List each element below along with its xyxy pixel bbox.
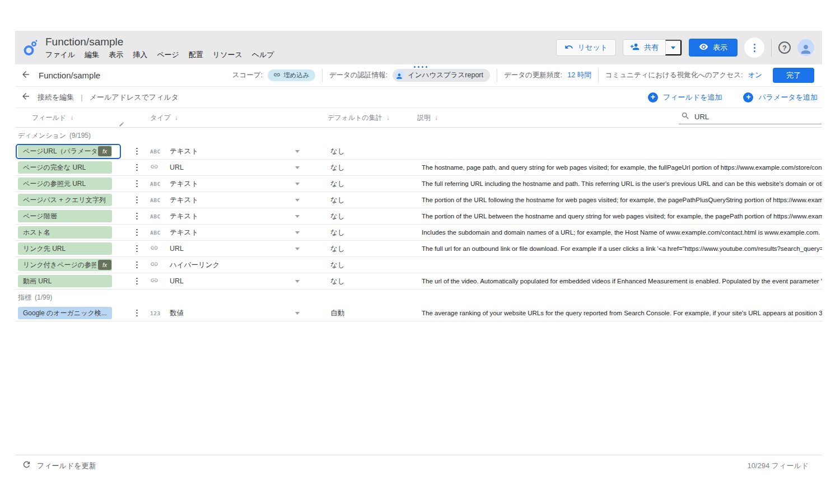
table-row: Google のオーガニック検...123数値自動The average ran… [15, 305, 822, 321]
type-dropdown-arrow-icon[interactable] [295, 312, 300, 315]
credentials-chip[interactable]: インハウスプラスreport [393, 69, 490, 82]
add-field-button[interactable]: + フィールドを追加 [648, 92, 722, 102]
type-label[interactable]: URL [170, 277, 295, 285]
default-aggregation-value[interactable]: なし [330, 179, 422, 189]
default-aggregation-value[interactable]: なし [330, 195, 422, 205]
field-chip[interactable]: Google のオーガニック検... [18, 307, 112, 319]
type-label[interactable]: テキスト [170, 228, 295, 237]
number-type-icon: 123 [150, 310, 161, 316]
refresh-fields-button[interactable]: フィールドを更新 [37, 461, 96, 471]
type-dropdown-arrow-icon[interactable] [295, 248, 300, 250]
field-chip[interactable]: リンク先 URL [18, 242, 112, 255]
default-aggregation-value[interactable]: なし [330, 228, 422, 237]
default-aggregation-value[interactable]: なし [330, 277, 422, 286]
more-vert-icon[interactable] [134, 260, 139, 270]
type-dropdown-arrow-icon[interactable] [295, 280, 300, 283]
search-input[interactable] [694, 113, 806, 121]
default-aggregation-value[interactable]: なし [330, 163, 422, 172]
type-label[interactable]: URL [170, 164, 295, 171]
more-vert-icon[interactable] [134, 146, 139, 157]
default-aggregation-value[interactable]: なし [330, 147, 422, 156]
field-search-box[interactable] [679, 111, 822, 124]
default-aggregation-value[interactable]: なし [330, 244, 422, 254]
community-access-value-link[interactable]: オン [748, 71, 762, 80]
field-cell: ホスト名 [15, 225, 123, 240]
field-chip[interactable]: ホスト名 [18, 226, 112, 239]
column-header-description[interactable]: 説明 ↓ [417, 113, 438, 123]
column-header-type[interactable]: タイプ ↓ [150, 113, 328, 123]
field-chip[interactable]: ページURL（パラメータ...fx [18, 145, 112, 157]
field-chip[interactable]: ページの参照元 URL [18, 178, 112, 190]
type-dropdown-arrow-icon[interactable] [295, 166, 300, 169]
menu-item-1[interactable]: ファイル [45, 50, 75, 60]
refresh-icon[interactable] [22, 460, 31, 472]
menu-item-4[interactable]: 挿入 [133, 50, 147, 60]
default-aggregation-value[interactable]: なし [330, 212, 422, 221]
filter-by-email-link[interactable]: メールアドレスでフィルタ [90, 92, 179, 102]
type-label[interactable]: ハイパーリンク [170, 260, 295, 270]
looker-studio-logo-icon [23, 40, 38, 57]
menu-item-6[interactable]: 配置 [189, 50, 203, 60]
field-chip[interactable]: リンク付きページの参照...fx [18, 259, 112, 271]
view-button[interactable]: 表示 [689, 39, 738, 57]
menu-item-2[interactable]: 編集 [85, 50, 99, 60]
type-label[interactable]: テキスト [170, 212, 295, 221]
more-options-button[interactable] [744, 38, 764, 58]
type-label[interactable]: URL [170, 245, 295, 253]
scope-chip[interactable]: 埋め込み [268, 69, 315, 81]
column-header-default-aggregation[interactable]: デフォルトの集計 ↓ [328, 113, 417, 123]
sort-arrow-icon: ↓ [70, 114, 73, 122]
back-button[interactable] [21, 69, 31, 82]
freshness-value-link[interactable]: 12 時間 [567, 71, 591, 80]
type-label[interactable]: テキスト [170, 179, 295, 189]
field-description: The portion of the URL between the hostn… [422, 213, 822, 220]
field-name: ページパス + クエリ文字列 [23, 195, 106, 205]
person-add-icon [630, 42, 640, 53]
row-menu-cell [123, 162, 150, 173]
more-vert-icon[interactable] [134, 211, 139, 222]
report-title[interactable]: Function/sample [45, 36, 274, 48]
type-dropdown-arrow-icon[interactable] [295, 231, 300, 234]
more-vert-icon[interactable] [134, 162, 139, 173]
default-aggregation-value[interactable]: なし [330, 260, 422, 270]
share-button[interactable]: 共有 [623, 40, 665, 55]
back-button-connection[interactable] [21, 91, 31, 103]
type-label[interactable]: テキスト [170, 147, 295, 156]
credential-avatar-icon [395, 71, 404, 80]
reset-button[interactable]: リセット [556, 39, 616, 56]
menu-item-5[interactable]: ページ [157, 50, 179, 60]
more-vert-icon[interactable] [134, 308, 139, 319]
more-vert-icon[interactable] [134, 227, 139, 238]
more-vert-icon[interactable] [134, 244, 139, 254]
toolbar-handle[interactable] [414, 66, 427, 68]
more-vert-icon[interactable] [134, 276, 139, 287]
more-vert-icon[interactable] [134, 179, 139, 189]
done-button[interactable]: 完了 [773, 68, 814, 83]
type-label[interactable]: テキスト [170, 195, 295, 205]
field-chip[interactable]: ページの完全な URL [18, 161, 112, 174]
type-dropdown-arrow-icon[interactable] [295, 215, 300, 218]
menu-item-7[interactable]: リソース [213, 50, 242, 60]
share-dropdown-button[interactable] [665, 40, 682, 55]
edit-connection-link[interactable]: 接続を編集 [38, 92, 74, 102]
type-label[interactable]: 数値 [170, 309, 295, 318]
field-chip[interactable]: ページ階層 [18, 210, 112, 222]
user-avatar[interactable] [797, 39, 814, 56]
default-aggregation-value[interactable]: 自動 [330, 309, 422, 318]
add-parameter-button[interactable]: + パラメータを追加 [743, 92, 818, 102]
field-chip[interactable]: 動画 URL [18, 275, 112, 287]
field-chip[interactable]: ページパス + クエリ文字列 [18, 194, 112, 206]
menu-item-8[interactable]: ヘルプ [252, 50, 274, 60]
more-vert-icon[interactable] [134, 195, 139, 206]
type-dropdown-arrow-icon[interactable] [295, 183, 300, 185]
row-menu-cell [123, 195, 150, 206]
section-header: 指標(1/99) [15, 290, 822, 305]
edit-pencil-icon [119, 121, 124, 129]
menu-item-3[interactable]: 表示 [109, 50, 123, 60]
field-cell: リンク先 URL [15, 241, 123, 256]
type-dropdown-arrow-icon[interactable] [295, 199, 300, 202]
type-dropdown-arrow-icon[interactable] [295, 150, 300, 153]
help-button[interactable]: ? [778, 41, 791, 54]
looker-studio-window: Function/sample ファイル編集表示挿入ページ配置リソースヘルプ リ… [15, 31, 822, 476]
column-header-field[interactable]: フィールド ↓ [15, 113, 150, 123]
